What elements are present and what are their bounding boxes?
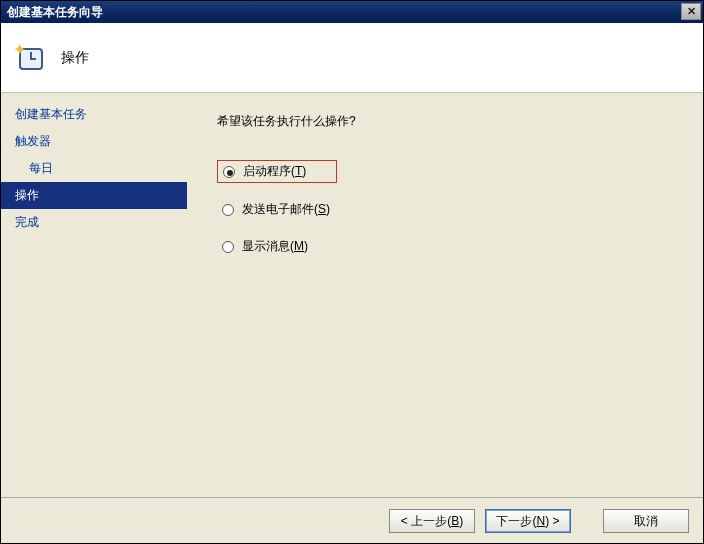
titlebar: 创建基本任务向导 ✕: [1, 1, 703, 23]
sidebar-item-2[interactable]: 每日: [1, 155, 187, 182]
radio-dot[interactable]: [222, 204, 234, 216]
radio-label: 发送电子邮件(S): [242, 201, 330, 218]
sidebar-item-1[interactable]: 触发器: [1, 128, 187, 155]
close-button[interactable]: ✕: [681, 3, 701, 20]
sidebar: 创建基本任务触发器每日操作完成: [1, 93, 187, 497]
radio-label: 启动程序(T): [243, 163, 306, 180]
next-button[interactable]: 下一步(N) >: [485, 509, 571, 533]
radio-label: 显示消息(M): [242, 238, 308, 255]
close-icon: ✕: [687, 5, 696, 17]
back-label: < 上一步(B): [401, 513, 463, 530]
wizard-header: ✦ 操作: [1, 23, 703, 93]
radio-option-1[interactable]: 发送电子邮件(S): [217, 199, 693, 220]
prompt-text: 希望该任务执行什么操作?: [217, 113, 693, 130]
clock-icon: ✦: [15, 42, 47, 74]
wizard-body: 创建基本任务触发器每日操作完成 希望该任务执行什么操作? 启动程序(T)发送电子…: [1, 93, 703, 497]
sidebar-item-0[interactable]: 创建基本任务: [1, 101, 187, 128]
next-label: 下一步(N) >: [496, 513, 559, 530]
content-area: 希望该任务执行什么操作? 启动程序(T)发送电子邮件(S)显示消息(M): [187, 93, 703, 497]
radio-dot[interactable]: [222, 241, 234, 253]
radio-dot[interactable]: [223, 166, 235, 178]
cancel-label: 取消: [634, 513, 658, 530]
back-button[interactable]: < 上一步(B): [389, 509, 475, 533]
radio-option-2[interactable]: 显示消息(M): [217, 236, 693, 257]
sidebar-item-4[interactable]: 完成: [1, 209, 187, 236]
window-title: 创建基本任务向导: [5, 4, 103, 21]
page-title: 操作: [61, 49, 89, 67]
cancel-button[interactable]: 取消: [603, 509, 689, 533]
sidebar-item-3[interactable]: 操作: [1, 182, 187, 209]
wizard-footer: < 上一步(B) 下一步(N) > 取消: [1, 497, 703, 544]
radio-option-0[interactable]: 启动程序(T): [217, 160, 337, 183]
